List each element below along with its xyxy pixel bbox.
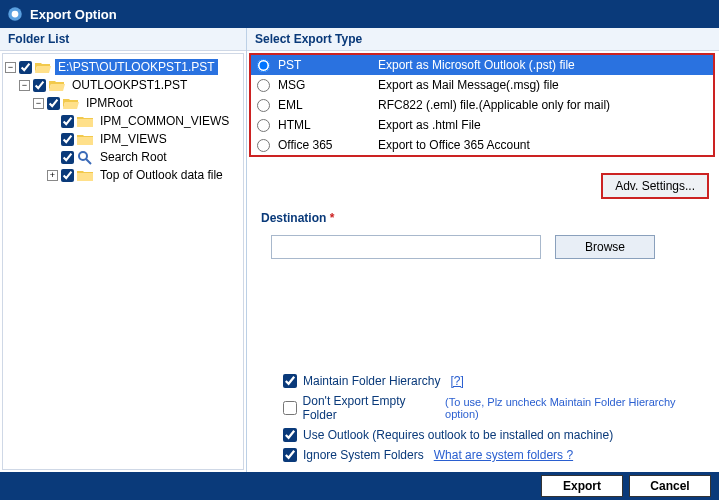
tree-checkbox[interactable] — [19, 61, 32, 74]
maintain-hierarchy-label: Maintain Folder Hierarchy — [303, 374, 440, 388]
titlebar: Export Option — [0, 0, 719, 28]
export-type-row[interactable]: PSTExport as Microsoft Outlook (.pst) fi… — [251, 55, 713, 75]
destination-label: Destination * — [261, 211, 705, 225]
export-type-radio[interactable] — [257, 119, 270, 132]
collapse-icon[interactable]: − — [5, 62, 16, 73]
dont-export-empty-note: (To use, Plz uncheck Maintain Folder Hie… — [445, 396, 705, 420]
export-type-radio[interactable] — [257, 139, 270, 152]
expand-icon[interactable]: + — [47, 170, 58, 181]
expand-spacer — [47, 116, 58, 127]
adv-settings-button[interactable]: Adv. Settings... — [601, 173, 709, 199]
export-type-radio[interactable] — [257, 99, 270, 112]
dont-export-empty-checkbox[interactable] — [283, 401, 297, 415]
svg-point-2 — [79, 152, 87, 160]
tree-node[interactable]: +Top of Outlook data file — [47, 166, 241, 184]
tree-checkbox[interactable] — [61, 133, 74, 146]
tree-label[interactable]: IPMRoot — [83, 95, 136, 111]
tree-node[interactable]: Search Root — [47, 148, 241, 166]
collapse-icon[interactable]: − — [33, 98, 44, 109]
footer: Export Cancel — [0, 472, 719, 500]
export-type-name: Office 365 — [278, 138, 378, 152]
window-title: Export Option — [30, 7, 117, 22]
tree-checkbox[interactable] — [61, 115, 74, 128]
export-button[interactable]: Export — [541, 475, 623, 497]
tree-label[interactable]: Top of Outlook data file — [97, 167, 226, 183]
search-icon — [77, 150, 93, 164]
export-type-radio[interactable] — [257, 59, 270, 72]
tree-label[interactable]: Search Root — [97, 149, 170, 165]
tree-node[interactable]: −OUTLOOKPST1.PST — [19, 76, 241, 94]
folder-open-icon — [35, 60, 51, 74]
tree-label[interactable]: E:\PST\OUTLOOKPST1.PST — [55, 59, 218, 75]
folder-icon — [77, 168, 93, 182]
export-type-name: HTML — [278, 118, 378, 132]
folder-tree[interactable]: −E:\PST\OUTLOOKPST1.PST−OUTLOOKPST1.PST−… — [2, 53, 244, 470]
ignore-system-checkbox[interactable] — [283, 448, 297, 462]
maintain-hierarchy-checkbox[interactable] — [283, 374, 297, 388]
export-type-row[interactable]: MSGExport as Mail Message(.msg) file — [251, 75, 713, 95]
export-type-desc: Export as Mail Message(.msg) file — [378, 78, 707, 92]
tree-label[interactable]: OUTLOOKPST1.PST — [69, 77, 190, 93]
export-type-desc: Export as .html File — [378, 118, 707, 132]
export-type-row[interactable]: Office 365Export to Office 365 Account — [251, 135, 713, 155]
destination-input[interactable] — [271, 235, 541, 259]
options-section: Maintain Folder Hierarchy [?] Don't Expo… — [247, 358, 719, 472]
tree-label[interactable]: IPM_VIEWS — [97, 131, 170, 147]
tree-checkbox[interactable] — [33, 79, 46, 92]
folder-icon — [77, 114, 93, 128]
folder-open-icon — [49, 78, 65, 92]
app-icon — [6, 5, 24, 23]
export-type-list: PSTExport as Microsoft Outlook (.pst) fi… — [249, 53, 715, 157]
cancel-button[interactable]: Cancel — [629, 475, 711, 497]
export-type-row[interactable]: EMLRFC822 (.eml) file.(Applicable only f… — [251, 95, 713, 115]
tree-label[interactable]: IPM_COMMON_VIEWS — [97, 113, 232, 129]
export-type-desc: Export to Office 365 Account — [378, 138, 707, 152]
svg-line-3 — [86, 159, 91, 164]
tree-checkbox[interactable] — [61, 151, 74, 164]
export-type-name: MSG — [278, 78, 378, 92]
export-type-desc: RFC822 (.eml) file.(Applicable only for … — [378, 98, 707, 112]
tree-node[interactable]: IPM_COMMON_VIEWS — [47, 112, 241, 130]
ignore-system-help-link[interactable]: What are system folders ? — [434, 448, 573, 462]
folder-icon — [77, 132, 93, 146]
tree-checkbox[interactable] — [61, 169, 74, 182]
folder-open-icon — [63, 96, 79, 110]
browse-button[interactable]: Browse — [555, 235, 655, 259]
svg-point-1 — [12, 11, 19, 18]
dont-export-empty-label: Don't Export Empty Folder — [303, 394, 440, 422]
export-type-desc: Export as Microsoft Outlook (.pst) file — [378, 58, 707, 72]
expand-spacer — [47, 134, 58, 145]
export-type-name: PST — [278, 58, 378, 72]
export-type-name: EML — [278, 98, 378, 112]
maintain-hierarchy-help-link[interactable]: [?] — [450, 374, 463, 388]
export-type-header: Select Export Type — [247, 28, 719, 51]
tree-node[interactable]: −E:\PST\OUTLOOKPST1.PST — [5, 58, 241, 76]
export-type-radio[interactable] — [257, 79, 270, 92]
export-type-row[interactable]: HTMLExport as .html File — [251, 115, 713, 135]
use-outlook-label: Use Outlook (Requires outlook to be inst… — [303, 428, 613, 442]
ignore-system-label: Ignore System Folders — [303, 448, 424, 462]
folder-list-header: Folder List — [0, 28, 246, 51]
use-outlook-checkbox[interactable] — [283, 428, 297, 442]
tree-node[interactable]: −IPMRoot — [33, 94, 241, 112]
tree-node[interactable]: IPM_VIEWS — [47, 130, 241, 148]
tree-checkbox[interactable] — [47, 97, 60, 110]
expand-spacer — [47, 152, 58, 163]
collapse-icon[interactable]: − — [19, 80, 30, 91]
